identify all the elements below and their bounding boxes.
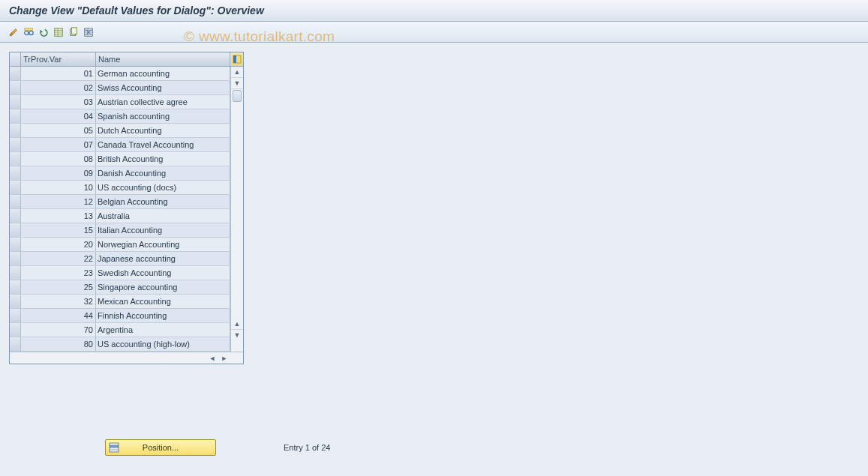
table-row[interactable]: 80US accounting (high-low) bbox=[10, 337, 243, 352]
glasses-select-icon[interactable] bbox=[23, 26, 35, 38]
pencil-double-icon[interactable] bbox=[8, 26, 20, 38]
table-row[interactable]: 12Belgian Accounting bbox=[10, 195, 243, 209]
cell-name[interactable]: Singapore accounting bbox=[96, 280, 230, 294]
cell-name[interactable]: Argentina bbox=[96, 323, 230, 337]
table-settings-icon[interactable] bbox=[230, 52, 243, 66]
cell-name[interactable]: Swedish Accounting bbox=[96, 266, 230, 280]
cell-name[interactable]: Belgian Accounting bbox=[96, 195, 230, 208]
row-selector[interactable] bbox=[10, 195, 21, 208]
cell-name[interactable]: Dutch Accounting bbox=[96, 124, 230, 137]
table-row[interactable]: 70Argentina bbox=[10, 323, 243, 337]
table-row[interactable]: 04Spanish accounting bbox=[10, 109, 243, 124]
cell-variant[interactable]: 20 bbox=[21, 238, 96, 251]
column-header-variant[interactable]: TrProv.Var bbox=[21, 52, 96, 66]
cell-name[interactable]: Danish Accounting bbox=[96, 166, 230, 180]
table-row[interactable]: 05Dutch Accounting bbox=[10, 124, 243, 138]
cell-variant[interactable]: 13 bbox=[21, 209, 96, 223]
table-row[interactable]: 01German accounting bbox=[10, 67, 243, 81]
scrollbar-thumb[interactable] bbox=[233, 90, 242, 102]
row-selector[interactable] bbox=[10, 223, 21, 237]
cell-variant[interactable]: 09 bbox=[21, 166, 96, 180]
undo-icon[interactable] bbox=[38, 26, 50, 38]
table-row[interactable]: 02Swiss Accounting bbox=[10, 81, 243, 95]
row-selector[interactable] bbox=[10, 238, 21, 251]
cell-variant[interactable]: 05 bbox=[21, 124, 96, 137]
horizontal-scrollbar[interactable]: ◄ ► bbox=[10, 352, 243, 364]
row-selector[interactable] bbox=[10, 309, 21, 322]
scroll-up-icon[interactable]: ▲ bbox=[231, 67, 243, 78]
cell-variant[interactable]: 08 bbox=[21, 152, 96, 166]
cell-variant[interactable]: 07 bbox=[21, 138, 96, 151]
scroll-step-up-icon[interactable]: ▲ bbox=[231, 318, 243, 329]
cell-name[interactable]: Swiss Accounting bbox=[96, 81, 230, 94]
cell-variant[interactable]: 25 bbox=[21, 280, 96, 294]
cell-variant[interactable]: 04 bbox=[21, 109, 96, 123]
cell-name[interactable]: Japanese accounting bbox=[96, 252, 230, 265]
row-selector[interactable] bbox=[10, 152, 21, 166]
scroll-left-icon[interactable]: ◄ bbox=[207, 354, 218, 363]
cell-name[interactable]: Mexican Accounting bbox=[96, 295, 230, 308]
table-row[interactable]: 09Danish Accounting bbox=[10, 166, 243, 181]
cell-variant[interactable]: 02 bbox=[21, 81, 96, 94]
row-selector[interactable] bbox=[10, 181, 21, 194]
cell-variant[interactable]: 22 bbox=[21, 252, 96, 265]
row-selector[interactable] bbox=[10, 266, 21, 280]
table-row[interactable]: 10US accounting (docs) bbox=[10, 181, 243, 195]
table-row[interactable]: 15Italian Accounting bbox=[10, 223, 243, 238]
row-selector[interactable] bbox=[10, 95, 21, 109]
cell-variant[interactable]: 23 bbox=[21, 266, 96, 280]
row-selector[interactable] bbox=[10, 67, 21, 80]
table-row[interactable]: 44Finnish Accounting bbox=[10, 309, 243, 323]
position-button[interactable]: Position... bbox=[105, 439, 216, 456]
cell-name[interactable]: Australia bbox=[96, 209, 230, 223]
cell-variant[interactable]: 12 bbox=[21, 195, 96, 208]
copy-icon[interactable] bbox=[68, 26, 80, 38]
row-selector[interactable] bbox=[10, 337, 21, 351]
vertical-scrollbar[interactable]: ▲ ▼ ▲ ▼ bbox=[230, 67, 243, 352]
cell-variant[interactable]: 03 bbox=[21, 95, 96, 109]
row-selector[interactable] bbox=[10, 124, 21, 137]
table-row[interactable]: 07Canada Travel Accounting bbox=[10, 138, 243, 152]
row-selector[interactable] bbox=[10, 280, 21, 294]
cell-name[interactable]: Norwegian Accounting bbox=[96, 238, 230, 251]
table-row[interactable]: 13Australia bbox=[10, 209, 243, 223]
cell-variant[interactable]: 32 bbox=[21, 295, 96, 308]
table-row[interactable]: 03Austrian collective agree bbox=[10, 95, 243, 109]
scroll-step-down-icon[interactable]: ▼ bbox=[231, 78, 243, 89]
delete-icon[interactable] bbox=[83, 26, 95, 38]
cell-name[interactable]: Finnish Accounting bbox=[96, 309, 230, 322]
scroll-down-icon[interactable]: ▼ bbox=[231, 329, 243, 340]
table-row[interactable]: 22Japanese accounting bbox=[10, 252, 243, 266]
table-row[interactable]: 20Norwegian Accounting bbox=[10, 238, 243, 252]
new-entries-icon[interactable] bbox=[53, 26, 65, 38]
table-row[interactable]: 08British Accounting bbox=[10, 152, 243, 166]
column-header-name[interactable]: Name bbox=[96, 52, 230, 66]
table-row[interactable]: 32Mexican Accounting bbox=[10, 295, 243, 309]
cell-name[interactable]: Canada Travel Accounting bbox=[96, 138, 230, 151]
cell-variant[interactable]: 15 bbox=[21, 223, 96, 237]
row-selector[interactable] bbox=[10, 138, 21, 151]
row-selector[interactable] bbox=[10, 323, 21, 337]
cell-name[interactable]: German accounting bbox=[96, 67, 230, 80]
row-selector[interactable] bbox=[10, 166, 21, 180]
cell-variant[interactable]: 10 bbox=[21, 181, 96, 194]
cell-name[interactable]: US accounting (high-low) bbox=[96, 337, 230, 351]
cell-variant[interactable]: 01 bbox=[21, 67, 96, 80]
row-selector[interactable] bbox=[10, 252, 21, 265]
cell-name[interactable]: Spanish accounting bbox=[96, 109, 230, 123]
cell-name[interactable]: Austrian collective agree bbox=[96, 95, 230, 109]
scroll-right-icon[interactable]: ► bbox=[219, 354, 230, 363]
cell-variant[interactable]: 44 bbox=[21, 309, 96, 322]
cell-name[interactable]: British Accounting bbox=[96, 152, 230, 166]
table-row[interactable]: 25Singapore accounting bbox=[10, 280, 243, 295]
row-selector[interactable] bbox=[10, 81, 21, 94]
cell-variant[interactable]: 70 bbox=[21, 323, 96, 337]
select-all-header[interactable] bbox=[10, 52, 21, 66]
table-row[interactable]: 23Swedish Accounting bbox=[10, 266, 243, 280]
cell-variant[interactable]: 80 bbox=[21, 337, 96, 351]
row-selector[interactable] bbox=[10, 295, 21, 308]
cell-name[interactable]: US accounting (docs) bbox=[96, 181, 230, 194]
row-selector[interactable] bbox=[10, 109, 21, 123]
cell-name[interactable]: Italian Accounting bbox=[96, 223, 230, 237]
row-selector[interactable] bbox=[10, 209, 21, 223]
